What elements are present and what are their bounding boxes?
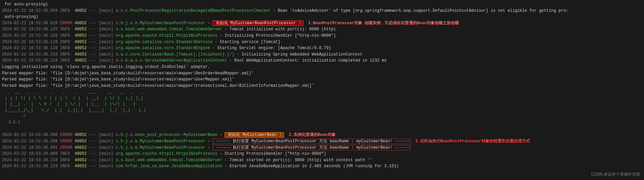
log-line: auto-proxying) — [2, 14, 642, 20]
log-line: 2024-02-22 18:53:39.009 INFO 40052 --- [… — [2, 151, 642, 157]
log-line: Parsed mapper file: 'file [D:\dcjet\java… — [2, 70, 642, 77]
log-line: 2024-02-22 18:53:39.229 INFO 40052 --- [… — [2, 163, 642, 170]
log-line-error2: 2024-02-22 18:53:38.990 ERROR 40052 --- … — [2, 132, 642, 138]
log-line: 2024-02-22 18:53:38.128 INFO 40052 --- [… — [2, 45, 642, 51]
log-line: 2024-02-22 18:53:38.216 INFO 40052 --- [… — [2, 51, 642, 58]
log-line: for auto-proxying) — [2, 1, 642, 8]
log-line: 2024-02-22 18:53:38.128 INFO 40052 --- [… — [2, 39, 642, 45]
log-line: Parsed mapper file: 'file [D:\dcjet\java… — [2, 83, 642, 89]
log-line: Parsed mapper file: 'file [D:\dcjet\java… — [2, 76, 642, 83]
log-line: 2024-02-22 18:53:38.216 INFO 40052 --- [… — [2, 58, 642, 64]
log-line-empty — [2, 126, 642, 132]
console-output: for auto-proxying) 2024-02-22 18:53:38.0… — [0, 0, 644, 171]
log-line-error4: 2024-02-22 18:53:38.991 ERROR 40052 --- … — [2, 145, 642, 151]
log-line-error1: 2024-02-22 18:53:38.026 ERROR 40052 --- … — [2, 20, 642, 27]
log-line-error3: 2024-02-22 18:53:38.990 ERROR 40052 --- … — [2, 138, 642, 145]
spring-banner: _ __ _ _ _ _ _ ___ __ __ _ _ | | | \| | … — [2, 89, 642, 119]
log-line: 2024-02-22 18:53:38.128 INFO 40052 --- [… — [2, 33, 642, 39]
log-line: 2024-02-22 18:53:39.218 INFO 40052 --- [… — [2, 157, 642, 164]
log-line: Logging initialized using 'class org.apa… — [2, 64, 642, 70]
watermark: CSDN @花开十里落叶无情 — [591, 172, 640, 177]
log-line: 2024-02-22 18:53:38.125 INFO 40052 --- [… — [2, 26, 642, 33]
version-line: 3.5.1 — [2, 119, 642, 126]
log-line: 2024-02-22 18:53:38.026 INFO 40052 --- [… — [2, 8, 642, 14]
